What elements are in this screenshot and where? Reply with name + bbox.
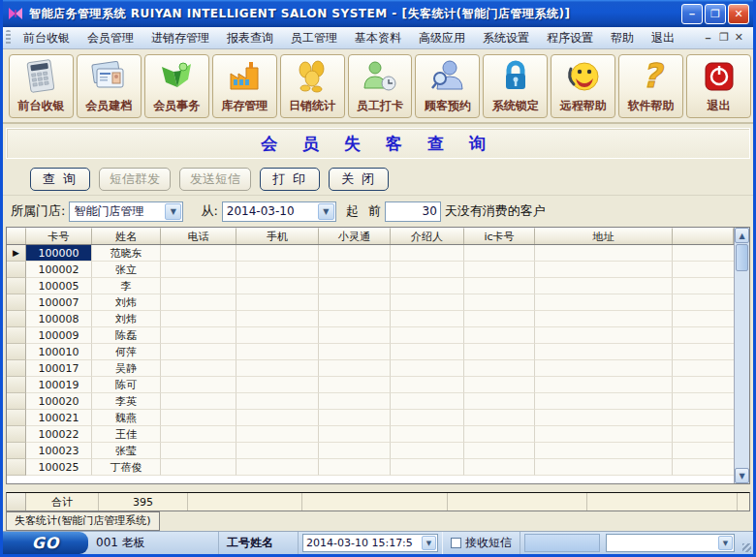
table-row[interactable]: 100021魏燕 <box>7 410 734 426</box>
close-icon: ✕ <box>734 9 742 19</box>
toolbar-button-顾客预约[interactable]: 顾客预约 <box>415 54 480 118</box>
toolbar-button-会员事务[interactable]: 会员事务 <box>144 54 209 118</box>
row-selector[interactable] <box>7 311 26 327</box>
toolbar-button-label: 退出 <box>708 98 731 114</box>
from-date-picker[interactable]: 2014-03-10 ▼ <box>222 201 336 222</box>
minimize-button[interactable]: － <box>681 4 703 24</box>
row-selector[interactable] <box>7 443 26 459</box>
status-dropdown-icon[interactable]: ▼ <box>718 536 733 550</box>
menu-item-帮助[interactable]: 帮助 <box>602 27 643 49</box>
row-selector[interactable] <box>7 294 26 311</box>
days-suffix-label: 天没有消费的客户 <box>445 202 546 220</box>
table-row[interactable]: 100019陈可 <box>7 377 734 393</box>
row-selector[interactable] <box>7 410 26 426</box>
cell-card-no: 100008 <box>26 311 92 327</box>
toolbar-button-会员建档[interactable]: 会员建档 <box>77 54 142 118</box>
table-row[interactable]: 100022王佳 <box>7 426 734 443</box>
menu-item-进销存管理[interactable]: 进销存管理 <box>142 27 218 49</box>
table-row[interactable]: ▶100000范晓东 <box>7 245 734 262</box>
grid-header: 卡号姓名电话手机小灵通介绍人ic卡号地址 <box>7 228 734 245</box>
qian-label: 前 <box>368 202 381 220</box>
grid-header-卡号[interactable]: 卡号 <box>26 228 92 244</box>
toolbar-button-软件帮助[interactable]: ?软件帮助 <box>618 54 683 118</box>
menu-item-高级应用[interactable]: 高级应用 <box>410 27 474 49</box>
row-selector[interactable]: ▶ <box>7 245 26 262</box>
menu-item-前台收银[interactable]: 前台收银 <box>15 27 79 49</box>
grid-header-电话[interactable]: 电话 <box>161 228 236 244</box>
toolbar-button-日销统计[interactable]: 日销统计 <box>280 54 345 118</box>
menu-item-退出[interactable]: 退出 <box>643 27 683 49</box>
datetime-dropdown-icon[interactable]: ▼ <box>422 536 436 550</box>
grid-header-介绍人[interactable]: 介绍人 <box>391 228 464 244</box>
toolbar-button-远程帮助[interactable]: 远程帮助 <box>551 54 615 118</box>
action-button-发送短信: 发送短信 <box>179 168 251 191</box>
cell-empty <box>161 245 236 262</box>
report-tab[interactable]: 失客统计(智能门店管理系统) <box>6 511 160 531</box>
row-selector[interactable] <box>7 393 26 410</box>
checkbox-icon[interactable] <box>451 538 461 548</box>
days-input[interactable] <box>385 201 441 222</box>
vertical-scrollbar[interactable]: ▲ ▼ <box>734 228 749 483</box>
row-selector[interactable] <box>7 327 26 344</box>
toolbar-button-员工打卡[interactable]: 员工打卡 <box>348 54 413 118</box>
row-selector[interactable] <box>7 459 26 476</box>
cell-name: 丁蓓俊 <box>92 459 161 476</box>
row-selector[interactable] <box>7 278 26 294</box>
status-datetime-select[interactable]: 2014-03-10 15:17:5 ▼ <box>302 534 438 552</box>
row-selector[interactable] <box>7 344 26 360</box>
date-dropdown-icon[interactable]: ▼ <box>318 203 334 220</box>
mdi-minimize-icon[interactable]: － <box>703 31 713 46</box>
close-button[interactable]: ✕ <box>728 4 749 24</box>
table-row[interactable]: 100002张立 <box>7 262 734 278</box>
svg-text:?: ? <box>642 57 664 95</box>
maximize-button[interactable]: ❐ <box>705 4 726 24</box>
row-selector[interactable] <box>7 426 26 443</box>
table-row[interactable]: 100023张莹 <box>7 443 734 459</box>
toolbar-button-库存管理[interactable]: 库存管理 <box>212 54 277 118</box>
store-select[interactable]: 智能门店管理 ▼ <box>69 201 183 222</box>
menu-item-基本资料[interactable]: 基本资料 <box>346 27 410 49</box>
menu-item-程序设置[interactable]: 程序设置 <box>538 27 602 49</box>
menu-item-员工管理[interactable]: 员工管理 <box>282 27 346 49</box>
grid-header-地址[interactable]: 地址 <box>535 228 673 244</box>
cell-empty <box>236 410 319 426</box>
store-dropdown-icon[interactable]: ▼ <box>165 203 181 220</box>
table-row[interactable]: 100007刘炜 <box>7 294 734 311</box>
grid-header-姓名[interactable]: 姓名 <box>92 228 161 244</box>
grid-header-手机[interactable]: 手机 <box>236 228 319 244</box>
cell-empty <box>319 410 391 426</box>
action-button-打印[interactable]: 打 印 <box>260 168 320 191</box>
action-button-查询[interactable]: 查 询 <box>30 168 90 191</box>
table-row[interactable]: 100009陈磊 <box>7 327 734 344</box>
toolbar-button-前台收银[interactable]: 前台收银 <box>9 54 74 118</box>
menu-item-会员管理[interactable]: 会员管理 <box>79 27 142 49</box>
menu-grip-handle[interactable] <box>6 30 11 46</box>
row-selector[interactable] <box>7 377 26 393</box>
table-row[interactable]: 100017吴静 <box>7 360 734 377</box>
action-button-关闭[interactable]: 关 闭 <box>329 168 389 191</box>
grid-header-ic卡号[interactable]: ic卡号 <box>464 228 535 244</box>
row-selector[interactable] <box>7 360 26 377</box>
scroll-thumb[interactable] <box>736 244 748 271</box>
table-row[interactable]: 100025丁蓓俊 <box>7 459 734 476</box>
table-row[interactable]: 100005李 <box>7 278 734 294</box>
mdi-restore-icon[interactable]: ❐ <box>719 31 729 46</box>
toolbar-button-系统锁定[interactable]: 系统锁定 <box>483 54 548 118</box>
mdi-close-icon[interactable]: ✕ <box>735 31 743 46</box>
table-row[interactable]: 100010何萍 <box>7 344 734 360</box>
row-selector[interactable] <box>7 262 26 278</box>
table-row[interactable]: 100008刘炜 <box>7 311 734 327</box>
scroll-down-icon[interactable]: ▼ <box>735 468 749 483</box>
cell-empty <box>391 377 464 393</box>
toolbar-button-退出[interactable]: 退出 <box>686 54 751 118</box>
resize-grip[interactable] <box>740 532 753 554</box>
menu-item-系统设置[interactable]: 系统设置 <box>474 27 538 49</box>
total-label: 合计 <box>26 493 99 511</box>
scroll-up-icon[interactable]: ▲ <box>735 228 749 243</box>
smiley-phone-icon <box>564 57 603 96</box>
receive-sms-checkbox[interactable]: 接收短信 <box>442 532 520 554</box>
status-dropdown[interactable]: ▼ <box>606 534 735 552</box>
grid-header-小灵通[interactable]: 小灵通 <box>319 228 391 244</box>
menu-item-报表查询[interactable]: 报表查询 <box>218 27 282 49</box>
table-row[interactable]: 100020李英 <box>7 393 734 410</box>
